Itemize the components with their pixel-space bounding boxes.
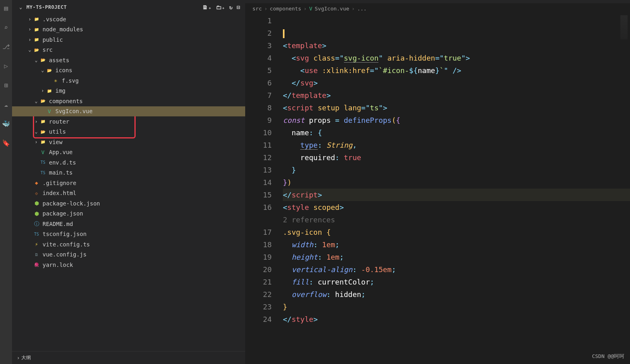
file-icon: 📂 xyxy=(33,48,40,52)
new-folder-icon[interactable]: 🗀₊ xyxy=(216,4,225,10)
tree-item[interactable]: TStsconfig.json xyxy=(12,229,245,240)
file-label: main.ts xyxy=(49,169,73,176)
file-label: icons xyxy=(55,67,72,73)
project-title: MY-TS-PROJECT xyxy=(26,4,67,10)
extensions-icon[interactable]: ⊞ xyxy=(1,80,11,90)
tree-item[interactable]: ›📁node_modules xyxy=(12,24,245,35)
file-icon: V xyxy=(39,149,47,155)
tree-item[interactable]: ›📁public xyxy=(12,35,245,45)
file-icon: 🗎 xyxy=(33,252,40,257)
editor: src› components› V SvgIcon.vue› ... 1234… xyxy=(245,0,630,364)
tabs-bar[interactable] xyxy=(245,0,630,3)
file-icon: TS xyxy=(33,232,40,236)
file-icon: 📁 xyxy=(33,37,40,42)
file-icon: 📁 xyxy=(39,119,47,124)
code-area[interactable]: 123456789101112131415161718192021222324 … xyxy=(245,14,630,364)
source-control-icon[interactable]: ⎇ xyxy=(1,42,11,51)
bc-more[interactable]: ... xyxy=(357,6,366,12)
minimap[interactable] xyxy=(620,15,628,39)
gutter: 123456789101112131415161718192021222324 xyxy=(245,14,283,364)
new-file-icon[interactable]: 🗎₊ xyxy=(202,4,211,10)
chevron-right-icon: › xyxy=(17,355,20,361)
explorer-header[interactable]: ⌄ MY-TS-PROJECT 🗎₊ 🗀₊ ↻ ⊟ xyxy=(12,0,245,14)
tree-item[interactable]: ⚡vite.config.ts xyxy=(12,239,245,250)
file-label: components xyxy=(49,98,83,104)
sidebar: ⌄ MY-TS-PROJECT 🗎₊ 🗀₊ ↻ ⊟ ›📁.vscode›📁nod… xyxy=(12,0,245,364)
tree-item[interactable]: ⌄📂components xyxy=(12,96,245,106)
tree-item[interactable]: ◆.gitignore xyxy=(12,178,245,188)
file-label: README.md xyxy=(43,221,73,227)
file-icon: 🧶 xyxy=(33,262,40,267)
file-icon: 📁 xyxy=(46,89,53,93)
twisty-icon: ⌄ xyxy=(39,67,46,73)
refresh-icon[interactable]: ↻ xyxy=(229,4,233,10)
file-label: public xyxy=(43,37,63,43)
file-icon: ✳ xyxy=(52,77,59,83)
twisty-icon: › xyxy=(33,139,39,145)
twisty-icon: › xyxy=(39,88,46,94)
bc-file[interactable]: SvgIcon.vue xyxy=(315,6,349,12)
file-icon: TS xyxy=(39,171,47,175)
tree-item[interactable]: ⌄📂icons xyxy=(12,65,245,76)
file-label: package.json xyxy=(43,210,83,217)
vue-icon: V xyxy=(309,6,312,12)
file-label: .vscode xyxy=(43,16,66,22)
file-label: f.svg xyxy=(62,77,79,84)
file-label: package-lock.json xyxy=(43,200,100,207)
file-label: assets xyxy=(49,57,69,63)
twisty-icon: › xyxy=(33,119,39,124)
tree-item[interactable]: TSenv.d.ts xyxy=(12,157,245,168)
tree-item[interactable]: ›📁.vscode xyxy=(12,14,245,24)
file-icon: 📁 xyxy=(33,17,40,21)
tree-item[interactable]: ✳f.svg xyxy=(12,75,245,86)
tree-item[interactable]: 🗎vue.config.js xyxy=(12,250,245,260)
twisty-icon: ⌄ xyxy=(33,129,39,134)
tree-item[interactable]: ›📁router xyxy=(12,116,245,127)
collapse-icon[interactable]: ⊟ xyxy=(237,4,240,10)
tree-item[interactable]: 🧶yarn.lock xyxy=(12,260,245,270)
bc-components[interactable]: components xyxy=(270,6,301,12)
file-label: .gitignore xyxy=(43,180,76,186)
breadcrumbs[interactable]: src› components› V SvgIcon.vue› ... xyxy=(245,3,630,14)
tree-item[interactable]: VSvgIcon.vue xyxy=(12,106,245,117)
tree-item[interactable]: ›📁img xyxy=(12,86,245,96)
tree-item[interactable]: ⌄📂utils xyxy=(12,127,245,137)
remote-icon[interactable]: ☁ xyxy=(1,100,11,109)
tree-item[interactable]: ›📁view xyxy=(12,137,245,147)
file-label: vue.config.js xyxy=(43,251,87,258)
file-label: utils xyxy=(49,128,66,135)
file-icon: V xyxy=(46,108,53,114)
file-label: yarn.lock xyxy=(43,262,73,268)
code[interactable]: <template> <svg class="svg-icon" aria-hi… xyxy=(283,14,630,364)
explorer-actions: 🗎₊ 🗀₊ ↻ ⊟ xyxy=(202,4,240,10)
file-label: SvgIcon.vue xyxy=(55,108,93,114)
docker-icon[interactable]: 🐳 xyxy=(1,119,11,128)
file-icon: ⬢ xyxy=(33,211,40,217)
run-icon[interactable]: ▷ xyxy=(1,61,11,71)
file-tree[interactable]: ›📁.vscode›📁node_modules›📁public⌄📂src⌄📂as… xyxy=(12,14,245,351)
file-icon: 📂 xyxy=(39,58,47,62)
file-label: view xyxy=(49,139,63,145)
file-label: src xyxy=(43,47,53,53)
tree-item[interactable]: VApp.vue xyxy=(12,147,245,158)
files-icon[interactable]: ▤ xyxy=(1,3,11,13)
tree-item[interactable]: ⌄📂src xyxy=(12,45,245,55)
bc-src[interactable]: src xyxy=(252,6,262,12)
outline-section[interactable]: › 大纲 xyxy=(12,351,245,364)
file-label: index.html xyxy=(43,190,76,196)
tree-item[interactable]: ⬢package-lock.json xyxy=(12,198,245,209)
search-icon[interactable]: ⌕ xyxy=(1,22,11,32)
file-icon: 📁 xyxy=(33,27,40,32)
file-label: img xyxy=(55,87,65,94)
file-label: env.d.ts xyxy=(49,159,76,166)
bookmark-icon[interactable]: 🔖 xyxy=(1,138,11,148)
tree-item[interactable]: ⌄📂assets xyxy=(12,55,245,65)
file-icon: TS xyxy=(39,160,47,165)
tree-item[interactable]: ⓘREADME.md xyxy=(12,219,245,229)
tree-item[interactable]: ⬢package.json xyxy=(12,209,245,219)
tree-item[interactable]: ⟐index.html xyxy=(12,188,245,199)
twisty-icon: ⌄ xyxy=(33,57,39,63)
tree-item[interactable]: TSmain.ts xyxy=(12,168,245,178)
file-label: router xyxy=(49,118,69,125)
twisty-icon: › xyxy=(26,26,33,32)
